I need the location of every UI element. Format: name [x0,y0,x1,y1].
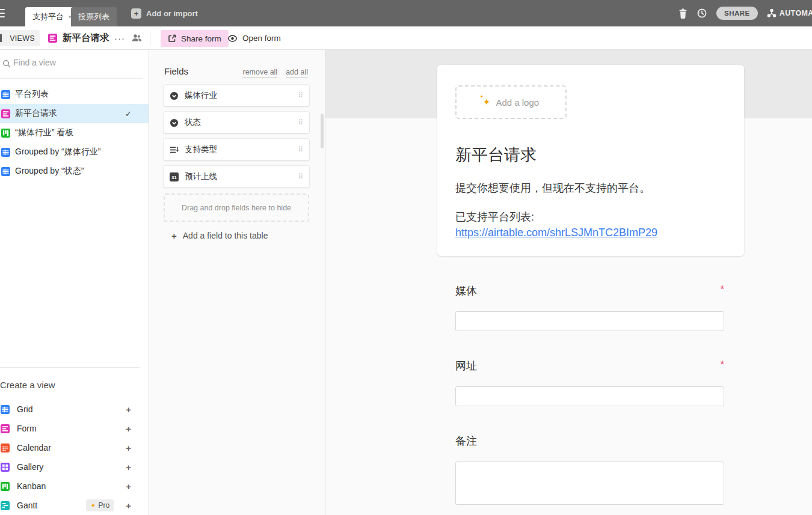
view-more-menu[interactable]: ··· [114,26,125,50]
share-external-icon [168,34,176,43]
single-select-icon [170,91,179,100]
required-marker: * [720,284,724,298]
form-text-input-media[interactable] [455,311,724,331]
field-label: 支持类型 [185,144,217,155]
add-all-link[interactable]: add all [286,68,308,78]
scrollbar-thumb[interactable] [321,114,324,148]
svg-text:31: 31 [171,174,176,180]
search-input[interactable] [13,58,134,67]
question-label-row: 备注 [455,434,724,448]
question-label: 网址 [455,359,477,373]
view-list: 平台列表 新平台请求 ✓ “媒体行业” 看板 Grouped by “媒体行业”… [0,85,149,181]
form-title[interactable]: 新平台请求 [455,144,726,166]
automations-label: AUTOMATIONS [780,9,812,17]
view-label: Grouped by “状态” [15,166,84,177]
create-kanban-view[interactable]: Kanban + [0,477,149,496]
share-button[interactable]: SHARE [716,7,758,20]
tab-table-2[interactable]: 投票列表 [71,7,117,26]
tab-label: 支持平台 [32,11,64,22]
create-view-label: Kanban [17,481,46,491]
topbar-right-actions: SHARE AUTOMATIONS [678,0,812,26]
sidebar-view-grid-1[interactable]: 平台列表 [0,85,149,104]
form-textarea-notes[interactable] [455,462,724,505]
plus-icon[interactable]: + [126,462,131,472]
divider [150,31,150,46]
required-marker: * [720,359,724,373]
add-logo-button[interactable]: ✦ Add a logo [455,85,567,119]
kanban-view-icon [1,129,10,138]
create-calendar-view[interactable]: Calendar + [0,438,149,457]
sparkle-icon: ✦ [483,97,491,108]
share-form-button[interactable]: Share form [161,30,229,47]
field-card-single-select-1[interactable]: 媒体行业 ⠿ [164,85,309,106]
create-view-label: Calendar [17,443,51,453]
create-gallery-view[interactable]: Gallery + [0,457,149,477]
view-label: 新平台请求 [15,108,57,119]
plus-icon[interactable]: + [126,443,131,453]
dropzone-hint: Drag and drop fields here to hide [182,204,291,212]
drag-handle-icon[interactable]: ⠿ [298,172,303,181]
gallery-view-icon [1,463,10,472]
create-view-heading: Create a view [0,380,149,390]
grid-view-icon [1,148,10,157]
field-card-single-select-2[interactable]: 状态 ⠿ [164,112,309,133]
add-field-label: Add a field to this table [183,231,268,240]
plus-icon[interactable]: + [126,481,131,492]
sidebar-view-grid-3[interactable]: Grouped by “状态” [0,162,149,181]
plus-icon[interactable]: + [126,424,131,434]
create-gantt-view[interactable]: Gantt ✦ Pro + [0,496,149,515]
plus-icon[interactable]: + [126,501,131,511]
create-view-label: Gallery [17,462,43,472]
collaborators-icon[interactable] [131,33,143,43]
menu-icon[interactable] [0,9,5,17]
form-view-icon [1,109,10,118]
table-tabs-bar: 支持平台 ▾ 投票列表 + Add or import SHARE AUTOMA… [0,0,812,26]
form-description-line-2[interactable]: 已支持平台列表: [455,209,726,225]
field-label: 预计上线 [185,171,217,182]
question-label: 备注 [455,434,477,448]
add-or-import-button[interactable]: + Add or import [131,0,198,26]
share-form-label: Share form [181,34,221,43]
add-field-button[interactable]: + Add a field to this table [171,230,268,242]
remove-all-link[interactable]: remove all [242,68,277,78]
plus-icon[interactable]: + [126,404,131,415]
find-view-search[interactable] [0,50,143,79]
form-preview-area: ✦ Add a logo 新平台请求 提交你想要使用，但现在不支持的平台。 已支… [325,50,812,515]
open-form-label: Open form [242,34,281,43]
open-form-button[interactable]: Open form [227,26,281,50]
history-icon[interactable] [697,8,707,19]
view-label: Grouped by “媒体行业” [15,147,100,157]
drag-handle-icon[interactable]: ⠿ [298,118,303,127]
grid-view-icon [1,90,10,99]
field-card-multi-select[interactable]: 支持类型 ⠿ [164,139,309,160]
sidebar-view-kanban[interactable]: “媒体行业” 看板 [0,123,149,142]
create-view-label: Gantt [17,501,37,510]
sidebar-view-grid-2[interactable]: Grouped by “媒体行业” [0,142,149,162]
drag-handle-icon[interactable]: ⠿ [298,91,303,100]
create-form-view[interactable]: Form + [0,419,149,438]
form-text-input-url[interactable] [455,386,724,406]
add-or-import-label: Add or import [146,9,198,18]
trash-icon[interactable] [678,8,687,19]
form-header-card: ✦ Add a logo 新平台请求 提交你想要使用，但现在不支持的平台。 已支… [437,65,744,256]
create-view-label: Grid [17,404,32,414]
create-grid-view[interactable]: Grid + [0,400,149,419]
form-fields-panel: Fields remove all add all 媒体行业 ⠿ 状态 ⠿ 支持… [150,50,325,515]
automations-button[interactable]: AUTOMATIONS [767,8,812,18]
views-toggle-label: VIEWS [10,34,35,43]
hide-fields-dropzone[interactable]: Drag and drop fields here to hide [164,194,309,222]
view-title: 新平台请求 [63,26,109,50]
calendar-view-icon [1,443,10,453]
gantt-view-icon [1,501,10,510]
view-label: 平台列表 [15,89,49,100]
views-toggle-button[interactable]: VIEWS [0,30,40,46]
field-label: 媒体行业 [185,90,217,101]
form-view-icon [48,34,57,43]
sidebar-view-form-selected[interactable]: 新平台请求 ✓ [0,104,149,123]
drag-handle-icon[interactable]: ⠿ [298,145,303,154]
add-logo-label: Add a logo [496,97,539,108]
form-description-line-1[interactable]: 提交你想要使用，但现在不支持的平台。 [455,180,726,196]
supported-platforms-link[interactable]: https://airtable.com/shrLSJMnTC2BImP29 [455,225,726,240]
field-card-date[interactable]: 31 预计上线 ⠿ [164,166,309,187]
plus-icon: + [171,231,177,241]
